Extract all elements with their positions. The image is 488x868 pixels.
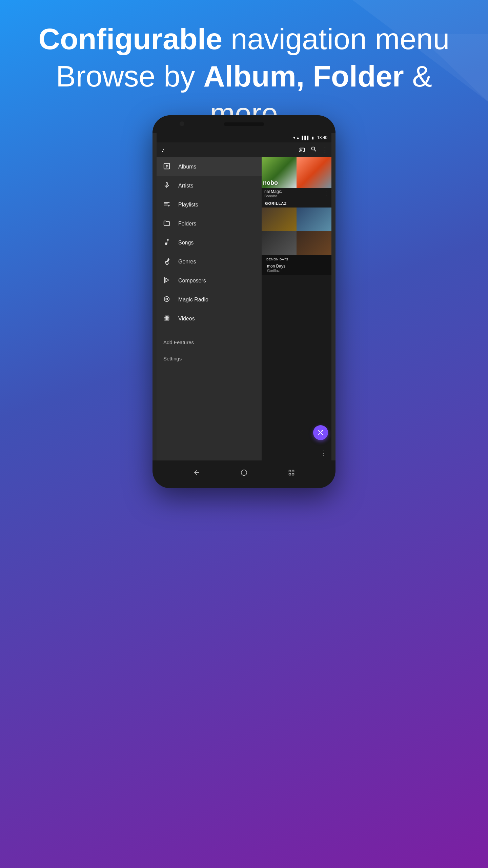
nav-item-albums[interactable]: Albums (157, 157, 262, 176)
nav-item-playlists[interactable]: Playlists (157, 195, 262, 214)
more-options-bonobo[interactable]: ⋮ (323, 191, 329, 197)
nav-label-genres: Genres (178, 259, 196, 265)
screen-content: Albums Artists Playlists (157, 157, 331, 460)
guitar-icon (162, 257, 171, 267)
nav-label-songs: Songs (178, 240, 194, 246)
status-time: 18:40 (317, 135, 327, 140)
nav-item-songs[interactable]: Songs (157, 233, 262, 252)
nav-item-magic-radio[interactable]: Magic Radio (157, 290, 262, 309)
nav-drawer: Albums Artists Playlists (157, 157, 262, 460)
nav-divider (157, 331, 262, 331)
nav-label-albums: Albums (178, 164, 196, 170)
nav-label-settings: Settings (163, 356, 182, 361)
album-thumb-nobo[interactable]: nobo (262, 157, 297, 188)
back-button[interactable] (191, 467, 202, 478)
album-thumb-bonobo[interactable] (297, 157, 331, 188)
demon-album-artist: Gorillaz (267, 269, 285, 273)
phone-nav-bar (152, 460, 336, 488)
nav-label-artists: Artists (178, 183, 193, 189)
gorillaz-thumb-1[interactable] (262, 208, 297, 231)
cast-icon[interactable] (299, 146, 306, 154)
gorillaz-thumb-3[interactable] (262, 231, 297, 255)
search-icon[interactable] (310, 146, 317, 154)
nav-item-videos[interactable]: Videos (157, 309, 262, 328)
nav-label-composers: Composers (178, 278, 206, 284)
harp-icon (162, 276, 171, 285)
gorillaz-header: GORILLAZ (262, 199, 331, 208)
header-bold-album-folder: Album, Folder (203, 59, 404, 93)
header-bold-configurable: Configurable (39, 22, 223, 56)
phone-camera (180, 121, 184, 126)
playlist-icon (162, 200, 171, 210)
phone-speaker (224, 122, 264, 126)
gorillaz-thumb-4[interactable] (297, 231, 331, 255)
album-name-bonobo: nal Magic (264, 189, 282, 194)
album-info-bonobo: nal Magic Bonobo ⋮ (262, 188, 331, 199)
music-note-icon (162, 238, 171, 248)
svg-rect-4 (292, 470, 294, 472)
nav-label-playlists: Playlists (178, 202, 198, 208)
phone-top-bar (152, 115, 336, 133)
radio-icon (162, 295, 171, 304)
svg-rect-3 (289, 470, 291, 472)
app-music-icon: ♪ (161, 146, 165, 154)
demon-days-label: DEMON DAYS (264, 256, 329, 262)
wifi-icon: ▼▲ (292, 136, 300, 140)
gorillaz-grid (262, 208, 331, 255)
demon-days-section: DEMON DAYS mon Days Gorillaz (262, 255, 331, 275)
album-artist-bonobo: Bonobo (264, 194, 282, 198)
signal-icon: ▌▌▌ (302, 136, 310, 140)
nav-item-artists[interactable]: Artists (157, 176, 262, 195)
nav-item-folders[interactable]: Folders (157, 214, 262, 233)
microphone-icon (162, 181, 171, 191)
albums-grid-top: nobo (262, 157, 331, 188)
svg-point-2 (241, 470, 247, 476)
bottom-more-icon[interactable]: ⋮ (320, 449, 327, 457)
phone-screen: ▼▲ ▌▌▌ ▮ 18:40 ♪ ⋮ (157, 133, 331, 460)
nav-item-composers[interactable]: Composers (157, 271, 262, 290)
battery-icon: ▮ (312, 136, 314, 140)
film-icon (162, 314, 171, 323)
nav-item-genres[interactable]: Genres (157, 252, 262, 271)
svg-rect-5 (289, 473, 291, 475)
nav-label-videos: Videos (178, 316, 195, 322)
app-bar: ♪ ⋮ (157, 142, 331, 157)
nav-item-add-features[interactable]: Add Features (157, 334, 262, 350)
demon-album-row[interactable]: mon Days Gorillaz (264, 262, 329, 274)
home-button[interactable] (239, 467, 249, 478)
status-bar: ▼▲ ▌▌▌ ▮ 18:40 (157, 133, 331, 142)
more-options-icon[interactable]: ⋮ (322, 146, 328, 154)
shuffle-fab[interactable] (313, 425, 328, 440)
svg-rect-0 (164, 163, 170, 169)
gorillaz-thumb-2[interactable] (297, 208, 331, 231)
folder-icon (162, 219, 171, 229)
main-content: nobo nal Magic Bonobo ⋮ GORILLAZ (262, 157, 331, 460)
phone-device: ▼▲ ▌▌▌ ▮ 18:40 ♪ ⋮ (152, 115, 336, 488)
header-line1: Configurable navigation menu (27, 20, 461, 58)
nav-label-add-features: Add Features (163, 339, 194, 345)
recents-button[interactable] (286, 467, 297, 478)
svg-rect-6 (292, 473, 294, 475)
nav-label-magic-radio: Magic Radio (178, 297, 208, 303)
nav-label-folders: Folders (178, 221, 196, 227)
demon-album-title: mon Days (267, 264, 285, 269)
nav-item-settings[interactable]: Settings (157, 350, 262, 367)
svg-point-1 (166, 166, 167, 167)
music-square-icon (162, 162, 171, 172)
